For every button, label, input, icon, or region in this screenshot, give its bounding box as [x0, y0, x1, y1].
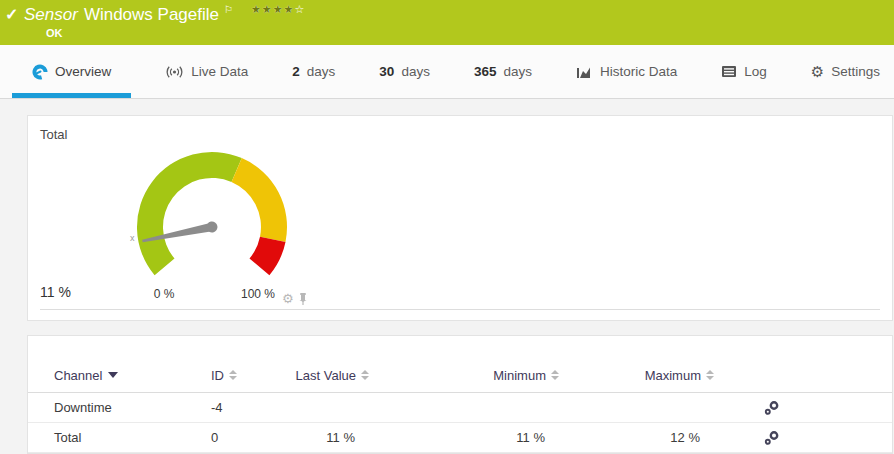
sort-icon: [229, 370, 237, 380]
gauge-max-label: 100 %: [241, 287, 275, 301]
column-header-maximum[interactable]: Maximum: [559, 368, 714, 383]
tab-label: Overview: [55, 64, 111, 79]
tab-label: Historic Data: [600, 64, 677, 79]
gauge-panel: Total x 0 % 100 % 11 % ⚙: [27, 115, 893, 321]
column-header-label: Last Value: [296, 368, 356, 383]
channel-table-panel: Channel ID Last Value Minimum Maximum: [27, 335, 893, 454]
sensor-title-prefix: Sensor: [24, 5, 78, 25]
sensor-title: Sensor Windows Pagefile ⚐ ★★★★☆: [24, 5, 305, 25]
tab-label: days: [401, 64, 430, 79]
tab-30-days[interactable]: 30 days: [379, 45, 430, 98]
needle-tip-marker: x: [130, 233, 135, 243]
tab-label: Settings: [831, 64, 880, 79]
column-header-label: Maximum: [645, 368, 701, 383]
table-row-downtime: Downtime -4: [28, 393, 892, 423]
column-header-id[interactable]: ID: [211, 368, 299, 383]
log-icon: [721, 65, 737, 78]
channel-name[interactable]: Downtime: [54, 400, 211, 415]
tab-log[interactable]: Log: [721, 45, 767, 98]
gauge-footer-divider: [40, 309, 880, 310]
column-header-label: Channel: [54, 368, 102, 383]
gauge-channel-title: Total: [40, 127, 67, 142]
channel-settings-gears-icon[interactable]: [764, 430, 780, 446]
table-row-total: Total 0 11 % 11 % 12 %: [28, 423, 892, 453]
sort-icon: [706, 370, 714, 380]
tab-label: Live Data: [191, 64, 248, 79]
tab-number: 30: [379, 64, 394, 79]
tab-2-days[interactable]: 2 days: [292, 45, 335, 98]
tab-365-days[interactable]: 365 days: [474, 45, 532, 98]
channel-table-header-row: Channel ID Last Value Minimum Maximum: [28, 336, 892, 393]
tab-bar: Overview Live Data 2 days 30 days 365 da…: [0, 45, 894, 99]
status-badge: OK: [46, 27, 63, 39]
sensor-title-name: Windows Pagefile: [84, 5, 219, 25]
sort-icon: [551, 370, 559, 380]
star-icon[interactable]: ☆: [294, 3, 305, 16]
gauge-error-zone: [250, 237, 286, 276]
tab-label: days: [503, 64, 532, 79]
gauge-settings-gear-icon[interactable]: ⚙: [282, 292, 294, 305]
broadcast-icon: [165, 65, 184, 79]
ok-check-icon: ✓: [5, 5, 18, 24]
tab-label: days: [307, 64, 336, 79]
column-header-label: ID: [211, 368, 224, 383]
gauge-footer-icons: ⚙: [282, 292, 308, 305]
column-header-label: Minimum: [493, 368, 546, 383]
tab-live-data[interactable]: Live Data: [165, 45, 248, 98]
tab-historic-data[interactable]: Historic Data: [576, 45, 677, 98]
channel-settings-gears-icon[interactable]: [764, 400, 780, 416]
tab-overview[interactable]: Overview: [22, 45, 121, 98]
sort-icon: [361, 370, 369, 380]
channel-maximum: 12 %: [559, 430, 714, 445]
channel-last-value: 11 %: [299, 430, 369, 445]
tab-number: 2: [292, 64, 300, 79]
gauge-current-value: 11 %: [40, 284, 71, 300]
gauge-min-label: 0 %: [154, 287, 175, 301]
column-header-minimum[interactable]: Minimum: [369, 368, 559, 383]
channel-id: -4: [211, 400, 299, 415]
star-icon[interactable]: ★: [262, 3, 273, 16]
flag-icon[interactable]: ⚐: [224, 4, 233, 15]
tab-number: 365: [474, 64, 497, 79]
priority-stars[interactable]: ★★★★☆: [251, 3, 305, 16]
tab-label: Log: [744, 64, 767, 79]
area-chart-icon: [576, 65, 593, 79]
star-icon[interactable]: ★: [251, 3, 262, 16]
total-gauge-chart: x 0 % 100 %: [120, 140, 310, 308]
sensor-status-header: ✓ Sensor Windows Pagefile ⚐ ★★★★☆ OK: [0, 0, 894, 45]
pin-icon[interactable]: [298, 292, 308, 305]
gauge-ok-zone: [137, 152, 242, 275]
gauge-icon: [32, 64, 48, 80]
sort-descending-icon: [108, 372, 118, 378]
tab-settings[interactable]: ⚙ Settings: [811, 45, 880, 98]
column-header-channel[interactable]: Channel: [54, 368, 211, 383]
star-icon[interactable]: ★: [284, 3, 295, 16]
gauge-warning-zone: [232, 158, 288, 242]
gear-icon: ⚙: [811, 64, 824, 79]
channel-id: 0: [211, 430, 299, 445]
channel-minimum: 11 %: [369, 430, 559, 445]
prtg-sensor-page: ✓ Sensor Windows Pagefile ⚐ ★★★★☆ OK Ove…: [0, 0, 894, 454]
star-icon[interactable]: ★: [273, 3, 284, 16]
channel-name[interactable]: Total: [54, 430, 211, 445]
column-header-last-value[interactable]: Last Value: [299, 368, 369, 383]
